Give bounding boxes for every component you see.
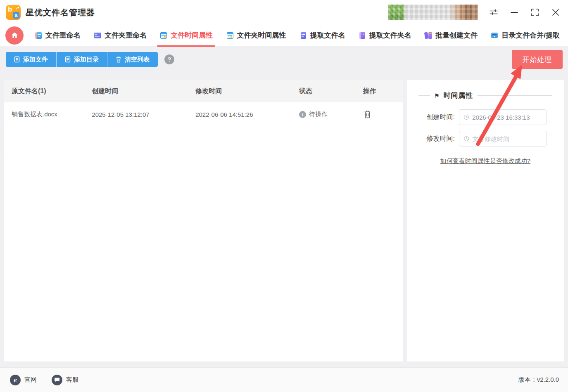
titlebar-left: b a 星优文件名管理器 <box>6 5 95 20</box>
created-time-label: 创建时间: <box>418 113 455 122</box>
clock-icon <box>463 114 469 120</box>
tab-folder-time-attribute[interactable]: 文件夹时间属性 <box>226 25 286 46</box>
add-files-button[interactable]: 添加文件 <box>6 52 56 67</box>
user-avatar <box>388 5 404 20</box>
tab-file-time-attribute[interactable]: 文件时间属性 <box>159 25 213 46</box>
info-icon: i <box>299 111 306 118</box>
batch-create-icon <box>424 31 433 40</box>
file-time-icon <box>159 31 168 40</box>
time-attribute-panel: ⚑ 时间属性 创建时间: 修改时间: 如何查看时间属性是否修改成功? <box>407 80 564 361</box>
modified-time-input[interactable] <box>472 135 542 142</box>
toolbar: 添加文件 添加目录 清空列表 ? 开始处理 <box>0 46 568 73</box>
status-text: 待操作 <box>309 111 328 118</box>
modified-time-row: 修改时间: <box>418 131 552 146</box>
table-row: 销售数据表.docx 2025-12-05 13:12:07 2022-06-0… <box>4 102 403 127</box>
website-e-glyph: e <box>14 376 17 384</box>
trash-icon <box>116 56 121 63</box>
help-link[interactable]: 如何查看时间属性是否修改成功? <box>418 157 552 165</box>
settings-sliders-icon[interactable] <box>489 7 499 17</box>
version-text: 版本：v2.2.0.0 <box>518 376 559 384</box>
website-icon: e <box>10 375 21 385</box>
add-directory-label: 添加目录 <box>74 56 99 64</box>
delete-row-button[interactable] <box>363 109 372 120</box>
header-action: 操作 <box>363 87 403 96</box>
tab-label: 文件重命名 <box>45 31 81 40</box>
user-account-redacted[interactable] <box>388 5 478 20</box>
section-title: 时间属性 <box>444 91 473 100</box>
tab-bar: 文件重命名 文件夹重命名 文件时间属性 文件夹时间属性 提取文件名 提取文件夹名 <box>0 25 568 46</box>
header-original-filename: 原文件名(1) <box>4 87 92 96</box>
toolbar-button-group: 添加文件 添加目录 清空列表 <box>6 52 158 67</box>
tab-label: 目录文件合并/提取 <box>501 31 560 40</box>
section-header: ⚑ 时间属性 <box>418 91 552 100</box>
divider-line <box>418 95 430 96</box>
document-icon <box>14 56 20 63</box>
tab-label: 提取文件名 <box>310 31 345 40</box>
folder-time-icon <box>226 31 234 40</box>
tab-label: 批量创建文件 <box>435 31 478 40</box>
home-icon <box>11 31 19 39</box>
tab-file-rename[interactable]: 文件重命名 <box>34 25 81 46</box>
tab-label: 文件夹时间属性 <box>237 31 286 40</box>
tab-batch-create-files[interactable]: 批量创建文件 <box>424 25 478 46</box>
chat-icon <box>52 375 62 385</box>
header-created-time: 创建时间 <box>92 87 195 96</box>
tab-folder-rename[interactable]: 文件夹重命名 <box>93 25 147 46</box>
tab-list: 文件重命名 文件夹重命名 文件时间属性 文件夹时间属性 提取文件名 提取文件夹名 <box>34 25 560 46</box>
tab-label: 文件夹重命名 <box>105 31 147 40</box>
home-button[interactable] <box>5 26 24 45</box>
table-header-row: 原文件名(1) 创建时间 修改时间 状态 操作 <box>4 80 403 102</box>
website-label: 官网 <box>24 376 37 384</box>
trash-icon <box>364 110 371 118</box>
extract-filename-icon <box>299 31 307 40</box>
maximize-button[interactable] <box>530 7 540 17</box>
modified-time-input-wrapper <box>459 131 547 146</box>
user-name-redacted <box>449 5 478 20</box>
created-time-input-wrapper <box>459 109 547 125</box>
logo-letter-a: a <box>15 12 18 18</box>
clear-list-label: 清空列表 <box>125 56 150 64</box>
created-time-input[interactable] <box>472 114 542 121</box>
tab-label: 文件时间属性 <box>171 31 213 40</box>
app-logo-icon: b a <box>6 5 21 20</box>
cell-action <box>363 109 403 120</box>
footer: e 官网 客服 版本：v2.2.0.0 <box>0 367 568 392</box>
modified-time-label: 修改时间: <box>418 135 455 143</box>
flag-icon: ⚑ <box>434 92 440 99</box>
start-process-button[interactable]: 开始处理 <box>512 50 563 69</box>
clear-list-button[interactable]: 清空列表 <box>107 52 158 67</box>
help-icon[interactable]: ? <box>164 54 174 64</box>
titlebar-right <box>388 5 561 20</box>
file-table: 原文件名(1) 创建时间 修改时间 状态 操作 销售数据表.docx 2025-… <box>4 80 403 361</box>
support-label: 客服 <box>66 376 78 384</box>
titlebar: b a 星优文件名管理器 <box>0 0 568 25</box>
divider-line <box>478 95 552 96</box>
footer-left: e 官网 客服 <box>10 375 78 385</box>
header-status: 状态 <box>299 87 363 96</box>
add-directory-button[interactable]: 添加目录 <box>56 52 107 67</box>
tab-label: 提取文件夹名 <box>369 31 411 40</box>
tab-extract-foldername[interactable]: 提取文件夹名 <box>358 25 411 46</box>
header-modified-time: 修改时间 <box>195 87 299 96</box>
tab-merge-extract-directory[interactable]: 目录文件合并/提取 <box>490 25 560 46</box>
close-button[interactable] <box>551 7 561 17</box>
table-empty-row <box>4 127 403 153</box>
file-rename-icon <box>34 31 43 40</box>
clock-icon <box>463 135 469 142</box>
app-window: b a 星优文件名管理器 <box>0 0 568 392</box>
tab-extract-filename[interactable]: 提取文件名 <box>299 25 345 46</box>
official-website-link[interactable]: e 官网 <box>10 375 37 385</box>
logo-letter-a-box: a <box>13 12 19 19</box>
cell-created-time: 2025-12-05 13:12:07 <box>92 111 195 118</box>
created-time-row: 创建时间: <box>418 109 552 125</box>
logo-letter-b: b <box>8 5 12 14</box>
app-title: 星优文件名管理器 <box>26 7 95 18</box>
add-files-label: 添加文件 <box>23 56 48 64</box>
cell-modified-time: 2022-06-06 14:51:26 <box>195 111 299 118</box>
logo-arrow-icon <box>16 7 20 10</box>
extract-foldername-icon <box>358 31 366 40</box>
cell-filename: 销售数据表.docx <box>4 111 92 118</box>
cell-status: i 待操作 <box>299 111 363 118</box>
minimize-button[interactable] <box>509 7 519 17</box>
customer-support-link[interactable]: 客服 <box>52 375 78 385</box>
